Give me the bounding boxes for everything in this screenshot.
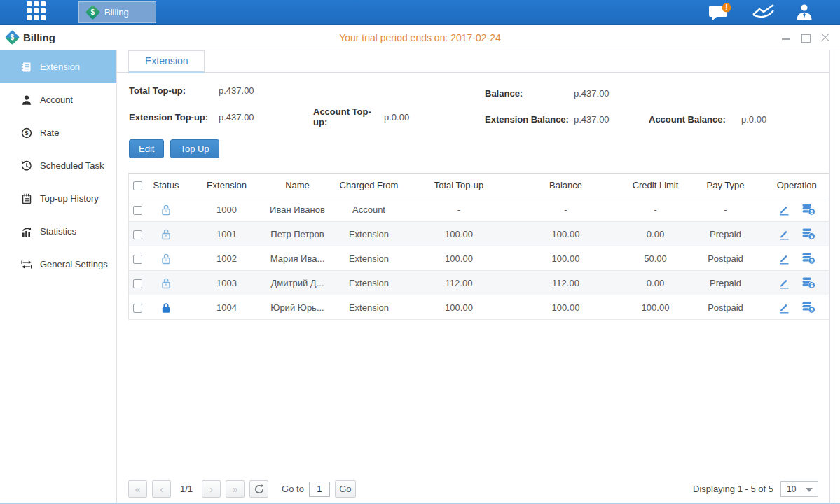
top-up-button[interactable]: Top Up (170, 139, 219, 158)
select-all-checkbox[interactable] (133, 181, 142, 190)
page-indicator: 1/1 (180, 484, 193, 494)
sidebar-item-statistics[interactable]: Statistics (0, 215, 116, 248)
sidebar-item-label: Scheduled Task (40, 160, 104, 171)
tab-extension[interactable]: Extension (128, 50, 205, 74)
table-row[interactable]: 1003Дмитрий Д...Extension112.00112.000.0… (129, 271, 829, 295)
messages-icon[interactable]: ! (708, 3, 732, 22)
extensions-table: Status Extension Name Charged From Total… (128, 173, 829, 320)
unlock-icon[interactable] (160, 228, 172, 240)
column-charged-from: Charged From (327, 174, 411, 197)
sidebar-item-general-settings[interactable]: General Settings (0, 248, 116, 281)
extension-balance-label: Extension Balance: (485, 114, 574, 125)
sidebar: Extension Account $ Rate (0, 50, 117, 503)
page-size-select[interactable]: 10 (780, 481, 818, 497)
balance-cell: - (507, 197, 625, 222)
history-clock-icon (21, 160, 32, 172)
billing-app-icon: $ (85, 5, 100, 20)
table-row[interactable]: 1002Мария Ива...Extension100.00100.0050.… (129, 246, 829, 271)
top-up-row-icon[interactable]: $ (801, 252, 815, 265)
edit-row-icon[interactable] (778, 204, 790, 216)
window-title: Billing (23, 31, 55, 43)
name-cell: Юрий Юрь... (268, 295, 327, 320)
pagination-bar: « ‹ 1/1 › » Go to Go Di (117, 480, 829, 498)
name-cell: Мария Ива... (268, 246, 327, 271)
account-balance-value: p.0.00 (741, 114, 766, 125)
row-checkbox[interactable] (133, 230, 142, 239)
row-checkbox[interactable] (133, 279, 142, 288)
unlock-icon[interactable] (160, 204, 172, 216)
bar-chart-icon (21, 226, 32, 237)
top-up-row-icon[interactable]: $ (801, 203, 815, 216)
row-checkbox[interactable] (133, 206, 142, 215)
sidebar-item-account[interactable]: Account (0, 83, 116, 116)
edit-row-icon[interactable] (778, 302, 790, 314)
table-row[interactable]: 1004Юрий Юрь...Extension100.00100.00100.… (129, 295, 829, 320)
top-up-row-icon[interactable]: $ (801, 301, 815, 314)
dollar-coin-icon: $ (21, 127, 32, 139)
user-account-icon[interactable] (795, 4, 813, 20)
refresh-button[interactable] (249, 480, 268, 498)
trial-notice: Your trial period ends on: 2017-02-24 (0, 32, 840, 43)
edit-row-icon[interactable] (778, 253, 790, 265)
sidebar-item-scheduled-task[interactable]: Scheduled Task (0, 149, 116, 182)
edit-row-icon[interactable] (778, 277, 790, 289)
screen: $ Billing ! $ Billing (0, 0, 840, 504)
lock-icon[interactable] (160, 302, 172, 314)
total-topup-cell: 100.00 (411, 246, 507, 271)
account-topup-value: p.0.00 (384, 112, 485, 122)
charged-from-cell: Extension (327, 246, 411, 271)
tab-strip: Extension (117, 50, 829, 73)
next-page-button[interactable]: › (202, 480, 221, 498)
svg-text:$: $ (25, 129, 29, 136)
row-checkbox[interactable] (133, 304, 142, 313)
last-page-button[interactable]: » (226, 480, 245, 498)
row-checkbox[interactable] (133, 255, 142, 264)
edit-button[interactable]: Edit (129, 139, 164, 158)
sidebar-item-label: Account (40, 94, 73, 105)
taskbar-tab-billing[interactable]: $ Billing (78, 1, 156, 23)
sidebar-item-rate[interactable]: $ Rate (0, 116, 116, 149)
pay-type-cell: - (687, 197, 765, 222)
column-name: Name (268, 174, 327, 197)
total-topup-label: Total Top-up: (129, 85, 219, 96)
unlock-icon[interactable] (160, 253, 172, 265)
status-cell (147, 222, 186, 246)
credit-limit-cell: 100.00 (625, 295, 687, 320)
operation-cell: $ (765, 222, 829, 246)
prev-page-button[interactable]: ‹ (152, 480, 171, 498)
sidebar-item-extension[interactable]: Extension (0, 50, 116, 83)
go-button[interactable]: Go (335, 480, 356, 498)
top-up-row-icon[interactable]: $ (801, 227, 815, 240)
column-balance: Balance (507, 174, 625, 197)
statistics-chart-icon[interactable] (752, 4, 776, 20)
top-bar: $ Billing ! (0, 0, 840, 25)
table-row[interactable]: 1001Петр ПетровExtension100.00100.000.00… (129, 222, 829, 246)
charged-from-cell: Account (327, 197, 411, 222)
close-icon[interactable] (820, 33, 830, 43)
notepad-icon (21, 193, 32, 204)
status-cell (147, 295, 186, 320)
ledger-icon (21, 62, 32, 73)
window-body: Extension Account $ Rate (0, 50, 840, 504)
credit-limit-cell: 0.00 (625, 222, 687, 246)
total-topup-cell: 112.00 (411, 271, 507, 295)
table-row[interactable]: 1000Иван ИвановAccount----$ (129, 197, 829, 222)
goto-page-input[interactable] (309, 482, 330, 497)
refresh-icon (254, 484, 264, 494)
first-page-button[interactable]: « (128, 480, 147, 498)
top-up-row-icon[interactable]: $ (801, 276, 815, 289)
window-title-bar: $ Billing Your trial period ends on: 201… (0, 25, 840, 50)
edit-row-icon[interactable] (778, 228, 790, 240)
column-total-topup: Total Top-up (411, 174, 507, 197)
unlock-icon[interactable] (160, 277, 172, 289)
balance-summary: Total Top-up: p.437.00 Extension Top-up:… (129, 85, 829, 127)
operation-cell: $ (765, 246, 829, 271)
column-extension: Extension (186, 174, 268, 197)
sidebar-item-topup-history[interactable]: Top-up History (0, 182, 116, 215)
billing-window-icon: $ (5, 30, 20, 45)
maximize-icon[interactable] (801, 33, 811, 43)
minimize-icon[interactable] (781, 33, 791, 43)
balance-label: Balance: (485, 88, 574, 99)
app-launcher-icon[interactable] (27, 1, 48, 22)
name-cell: Петр Петров (268, 222, 327, 246)
